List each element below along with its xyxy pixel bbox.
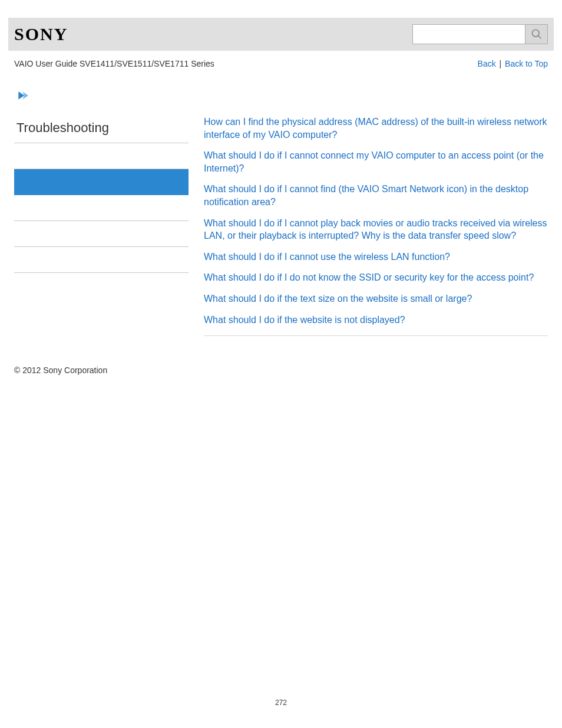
faq-link[interactable]: What should I do if I cannot use the wir…: [204, 251, 548, 263]
copyright-text: © 2012 Sony Corporation: [14, 365, 107, 375]
back-to-top-link[interactable]: Back to Top: [505, 59, 548, 68]
faq-link[interactable]: How can I find the physical address (MAC…: [204, 116, 548, 141]
breadcrumb-arrow[interactable]: [16, 90, 562, 104]
faq-link[interactable]: What should I do if I cannot connect my …: [204, 149, 548, 174]
page-number: 272: [0, 699, 562, 707]
chevron-right-icon: [16, 90, 28, 101]
sidebar-item[interactable]: [14, 195, 189, 221]
faq-link[interactable]: What should I do if the website is not d…: [204, 314, 548, 327]
faq-link[interactable]: What should I do if I cannot find (the V…: [204, 183, 548, 208]
sidebar-item[interactable]: [14, 221, 189, 247]
back-link[interactable]: Back: [478, 59, 496, 68]
content-divider: [204, 335, 548, 336]
header-bar: SONY: [8, 18, 554, 51]
search-input[interactable]: [413, 25, 525, 44]
sidebar-item[interactable]: [14, 247, 189, 273]
magnifier-icon: [531, 28, 543, 40]
content-area: Troubleshooting How can I find the physi…: [0, 114, 562, 336]
top-links: Back | Back to Top: [478, 59, 548, 68]
svg-line-1: [538, 36, 541, 39]
sidebar: Troubleshooting: [14, 114, 189, 336]
faq-link[interactable]: What should I do if the text size on the…: [204, 292, 548, 305]
faq-link[interactable]: What should I do if I cannot play back m…: [204, 217, 548, 242]
subheader: VAIO User Guide SVE1411/SVE1511/SVE1711 …: [0, 51, 562, 68]
faq-link[interactable]: What should I do if I do not know the SS…: [204, 271, 548, 284]
footer: © 2012 Sony Corporation: [0, 336, 562, 375]
link-separator: |: [497, 59, 504, 68]
guide-title: VAIO User Guide SVE1411/SVE1511/SVE1711 …: [14, 59, 214, 68]
search-box: [412, 24, 548, 44]
sidebar-item-selected[interactable]: [14, 169, 189, 195]
sidebar-heading: Troubleshooting: [14, 114, 189, 143]
sidebar-item[interactable]: [14, 143, 189, 169]
sony-logo: SONY: [14, 24, 68, 44]
main-content: How can I find the physical address (MAC…: [189, 114, 548, 336]
search-button[interactable]: [525, 25, 547, 44]
svg-point-0: [532, 30, 539, 37]
